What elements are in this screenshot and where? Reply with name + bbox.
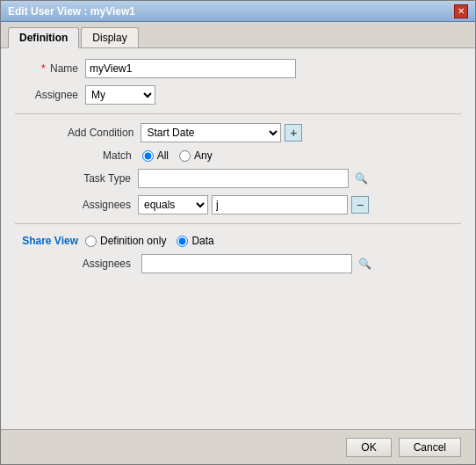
condition-select[interactable]: Start Date End Date Priority Status	[141, 123, 281, 142]
match-any-radio[interactable]	[179, 150, 191, 162]
share-assignees-row: Assignees 🔍	[15, 254, 461, 273]
tab-definition[interactable]: Definition	[8, 27, 79, 48]
share-assignees-label: Assignees	[68, 258, 138, 270]
share-data-radio[interactable]	[177, 236, 188, 247]
search-icon: 🔍	[355, 172, 368, 185]
match-row: Match All Any	[15, 149, 461, 162]
tab-bar: Definition Display	[1, 22, 475, 48]
search-icon-2: 🔍	[358, 258, 371, 270]
add-condition-row: Add Condition Start Date End Date Priori…	[15, 123, 461, 142]
edit-user-view-dialog: Edit User View : myView1 ✕ Definition Di…	[0, 0, 476, 465]
task-type-search-button[interactable]: 🔍	[352, 170, 370, 187]
assignees-label: Assignees	[68, 199, 138, 211]
task-type-label: Task Type	[68, 172, 138, 185]
share-view-label: Share View	[15, 235, 85, 247]
ok-button[interactable]: OK	[346, 438, 391, 457]
share-assignees-search-button[interactable]: 🔍	[356, 255, 373, 272]
form-content: * Name Assignee My All Unassigned Add Co…	[1, 48, 475, 429]
assignee-row: Assignee My All Unassigned	[15, 85, 461, 105]
match-radio-group: All Any	[142, 149, 213, 162]
match-any-option[interactable]: Any	[179, 149, 213, 162]
add-condition-button[interactable]: +	[285, 124, 302, 142]
assignees-value-input[interactable]	[212, 195, 348, 214]
title-bar: Edit User View : myView1 ✕	[1, 1, 475, 22]
required-star: *	[41, 62, 46, 75]
share-radio-group: Definition only Data	[85, 235, 214, 247]
remove-assignee-button[interactable]: −	[351, 196, 369, 214]
window-title: Edit User View : myView1	[8, 5, 135, 18]
name-input[interactable]	[85, 59, 296, 78]
match-label: Match	[103, 149, 132, 162]
dialog-footer: OK Cancel	[1, 429, 475, 464]
match-all-option[interactable]: All	[142, 149, 169, 162]
cancel-button[interactable]: Cancel	[399, 438, 461, 457]
name-label: * Name	[15, 62, 85, 75]
share-view-section: Share View Definition only Data Assignee…	[15, 235, 461, 273]
task-type-row: Task Type 🔍	[15, 169, 461, 188]
assignees-operator-select[interactable]: equals not equals contains	[138, 195, 208, 214]
task-type-input[interactable]	[138, 169, 349, 188]
tab-display[interactable]: Display	[81, 27, 138, 47]
share-assignees-input[interactable]	[141, 254, 352, 273]
share-def-only-option[interactable]: Definition only	[85, 235, 166, 247]
divider-1	[15, 113, 461, 114]
share-view-row: Share View Definition only Data	[15, 235, 461, 247]
share-data-option[interactable]: Data	[177, 235, 213, 247]
divider-2	[15, 223, 461, 224]
name-row: * Name	[15, 59, 461, 78]
match-all-radio[interactable]	[142, 150, 154, 162]
assignee-label: Assignee	[15, 89, 85, 101]
close-button[interactable]: ✕	[454, 4, 468, 18]
assignee-select[interactable]: My All Unassigned	[85, 85, 155, 105]
share-def-only-radio[interactable]	[85, 236, 97, 247]
add-condition-label: Add Condition	[68, 127, 133, 139]
assignees-row: Assignees equals not equals contains −	[15, 195, 461, 214]
